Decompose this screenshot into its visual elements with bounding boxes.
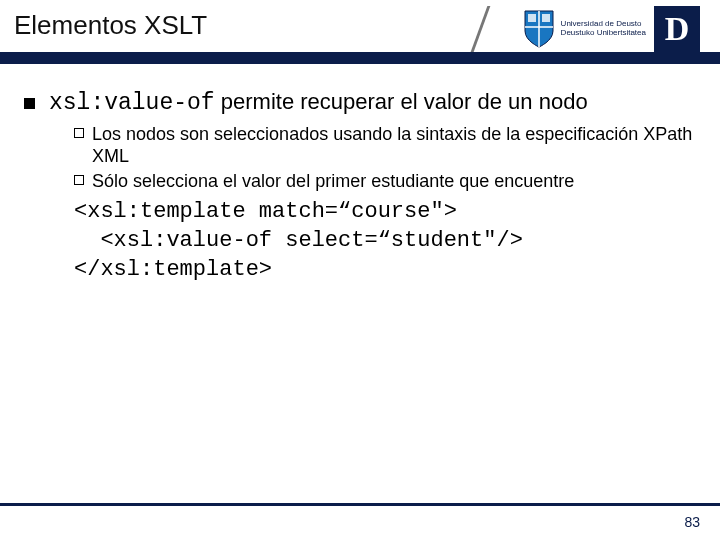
page-number: 83 [684,514,700,530]
university-line2: Deustuko Unibertsitatea [561,29,646,38]
sub-bullet-list: Los nodos son seleccionados usando la si… [24,123,696,193]
code-term: xsl:value-of [49,90,215,116]
main-bullet-text: xsl:value-of permite recuperar el valor … [49,88,588,119]
footer-divider [0,503,720,506]
header-bar [0,52,720,64]
d-badge-icon: D [654,6,700,52]
university-logo: Universidad de Deusto Deustuko Unibertsi… [519,6,704,52]
sub-bullet-text: Sólo selecciona el valor del primer estu… [92,170,574,193]
slide-content: xsl:value-of permite recuperar el valor … [0,70,720,284]
svg-rect-0 [528,14,536,22]
sub-bullet-text: Los nodos son seleccionados usando la si… [92,123,696,168]
square-bullet-icon [24,98,35,109]
sub-bullet: Los nodos son seleccionados usando la si… [74,123,696,168]
lead-rest: permite recuperar el valor de un nodo [215,89,588,114]
university-text: Universidad de Deusto Deustuko Unibertsi… [561,20,646,38]
hollow-bullet-icon [74,175,84,185]
main-bullet: xsl:value-of permite recuperar el valor … [24,88,696,119]
hollow-bullet-icon [74,128,84,138]
shield-icon [523,9,555,49]
svg-rect-1 [542,14,550,22]
slide-header: Elementos XSLT Universidad de Deusto Deu… [0,0,720,70]
sub-bullet: Sólo selecciona el valor del primer estu… [74,170,696,193]
code-block: <xsl:template match=“course"> <xsl:value… [24,198,696,284]
